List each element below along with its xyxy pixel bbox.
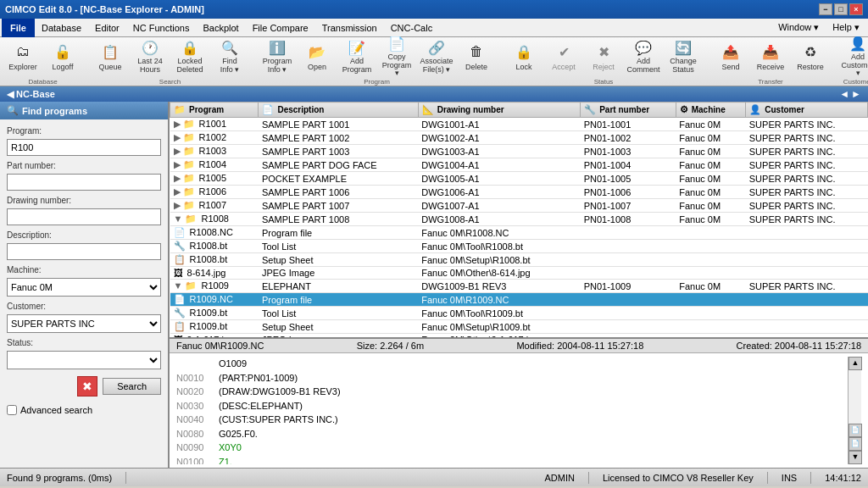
scroll-page-btn1[interactable]: 📄 (849, 424, 862, 437)
maximize-button[interactable]: □ (834, 3, 848, 15)
cell-part: PN01-1004 (581, 158, 676, 172)
cell-machine (676, 226, 746, 240)
cell-program: 🔧 R1009.bt (170, 307, 259, 320)
lock-button[interactable]: 🔒 Lock (504, 37, 543, 76)
explorer-button[interactable]: 🗂 Explorer (3, 37, 42, 76)
expand-icon[interactable]: ▶ (174, 146, 183, 156)
find-button[interactable]: 🔍 FindInfo ▾ (210, 37, 249, 76)
cell-machine (676, 320, 746, 334)
associate-file-button[interactable]: 🔗 AssociateFile(s) ▾ (417, 37, 456, 76)
expand-icon[interactable]: ▶ (174, 186, 183, 197)
table-row[interactable]: 🔧 R1009.bt Tool List Fanuc 0M\Tool\R1009… (170, 307, 868, 320)
preview-scrollbar[interactable]: ▲ 📄 📄 ▼ (848, 357, 861, 464)
table-row[interactable]: ▶ 📁 R1007 SAMPLE PART 1007 DWG1007-A1 PN… (170, 199, 868, 213)
table-row[interactable]: 📋 R1009.bt Setup Sheet Fanuc 0M\Setup\R1… (170, 320, 868, 334)
nav-right[interactable]: ► (851, 88, 861, 100)
send-icon: 📤 (721, 42, 741, 62)
minimize-button[interactable]: − (819, 3, 832, 15)
nav-left[interactable]: ◄ (839, 88, 849, 100)
receive-button[interactable]: 📥 Receive (751, 37, 790, 76)
menu-database[interactable]: Database (35, 19, 88, 37)
menu-transmission[interactable]: Transmission (315, 19, 384, 37)
expand-icon[interactable]: ▶ (174, 200, 183, 210)
table-row[interactable]: ▶ 📁 R1003 SAMPLE PART 1003 DWG1003-A1 PN… (170, 145, 868, 158)
search-button[interactable]: Search (103, 378, 161, 395)
add-program-button[interactable]: 📝 AddProgram (337, 37, 376, 76)
menu-file[interactable]: File (2, 19, 35, 37)
delete-button[interactable]: 🗑 Delete (457, 37, 496, 76)
line-content: Z1. (219, 455, 232, 465)
expand-icon[interactable]: ▶ (174, 159, 183, 169)
table-row[interactable]: 📄 R1008.NC Program file Fanuc 0M\R1008.N… (170, 226, 868, 240)
menu-window[interactable]: Window ▾ (771, 19, 826, 37)
logoff-button[interactable]: 🔓 Logoff (43, 37, 82, 76)
table-row[interactable]: 📄 R1009.NC Program file Fanuc 0M\R1009.N… (170, 293, 868, 307)
add-customer-button[interactable]: 👤 AddCustomer ▾ (838, 37, 868, 76)
menu-help[interactable]: Help ▾ (826, 19, 866, 37)
cell-desc: JPEG Image (259, 267, 418, 280)
advanced-search-checkbox[interactable] (7, 405, 17, 415)
cell-part: PN01-1002 (581, 131, 676, 145)
menu-backplot[interactable]: Backplot (196, 19, 245, 37)
table-row[interactable]: ▶ 📁 R1006 SAMPLE PART 1006 DWG1006-A1 PN… (170, 186, 868, 199)
menu-cnc-calc[interactable]: CNC-Calc (384, 19, 440, 37)
preview-modified: Modified: 2004-08-11 15:27:18 (516, 341, 643, 351)
copy-program-button[interactable]: 📄 CopyProgram ▾ (377, 37, 416, 76)
program-info-button[interactable]: ℹ️ ProgramInfo ▾ (258, 37, 297, 76)
description-input[interactable] (7, 243, 161, 260)
cell-drawing: Fanuc 0M\Setup\R1008.bt (418, 253, 581, 267)
expand-icon[interactable]: ▶ (174, 173, 183, 183)
scroll-down-button[interactable]: ▼ (849, 451, 862, 464)
reject-button[interactable]: ✖ Reject (584, 37, 623, 76)
close-button[interactable]: × (849, 3, 863, 15)
last24-button[interactable]: 🕐 Last 24Hours (131, 37, 170, 76)
menu-editor[interactable]: Editor (88, 19, 126, 37)
send-button[interactable]: 📤 Send (711, 37, 750, 76)
cell-drawing: DWG1007-A1 (418, 199, 581, 213)
menu-nc-functions[interactable]: NC Functions (126, 19, 197, 37)
menu-file-compare[interactable]: File Compare (246, 19, 315, 37)
table-row[interactable]: ▼ 📁 R1009 ELEPHANT DWG1009-B1 REV3 PN01-… (170, 280, 868, 293)
cell-machine: Fanuc 0M (676, 158, 746, 172)
cell-desc: SAMPLE PART 1008 (259, 213, 418, 226)
open-button[interactable]: 📂 Open (298, 37, 337, 76)
file-table-area[interactable]: 📁Program 📄Description 📐Drawing number 🔧P… (170, 102, 868, 339)
associate-file-icon: 🔗 (426, 40, 447, 56)
table-row[interactable]: 🔧 R1008.bt Tool List Fanuc 0M\Tool\R1008… (170, 240, 868, 253)
table-row[interactable]: ▶ 📁 R1004 SAMPLE PART DOG FACE DWG1004-A… (170, 158, 868, 172)
accept-icon: ✔ (554, 42, 574, 62)
expand-icon[interactable]: ▶ (174, 132, 183, 142)
table-row[interactable]: ▶ 📁 R1002 SAMPLE PART 1002 DWG1002-A1 PN… (170, 131, 868, 145)
scroll-up-button[interactable]: ▲ (849, 357, 862, 370)
expand-icon[interactable]: ▼ (174, 280, 186, 291)
cell-drawing: Fanuc 0M\Tool\R1008.bt (418, 240, 581, 253)
expand-icon[interactable]: ▶ (174, 119, 183, 129)
change-status-button[interactable]: 🔄 ChangeStatus (664, 37, 703, 76)
table-row[interactable]: 🖼 8-614.jpg JPEG Image Fanuc 0M\Other\8-… (170, 267, 868, 280)
accept-button[interactable]: ✔ Accept (544, 37, 583, 76)
clear-button[interactable]: ✖ (77, 376, 97, 396)
restore-button[interactable]: ♻ Restore (791, 37, 830, 76)
cell-program: 📄 R1009.NC (170, 293, 259, 307)
drawingnumber-input[interactable] (7, 208, 161, 225)
locked-button[interactable]: 🔒 LockedDeleted (170, 37, 209, 76)
machine-select[interactable]: Fanuc 0M (7, 278, 161, 297)
cell-customer (746, 253, 868, 267)
cell-part (581, 253, 676, 267)
find-panel: 🔍 Find programs Program: Part number: Dr… (0, 102, 170, 468)
customer-select[interactable]: SUPER PARTS INC (7, 314, 161, 333)
status-select[interactable] (7, 351, 161, 369)
partnumber-input[interactable] (7, 174, 161, 191)
add-comment-button[interactable]: 💬 AddComment (624, 37, 663, 76)
table-row[interactable]: ▶ 📁 R1001 SAMPLE PART 1001 DWG1001-A1 PN… (170, 118, 868, 131)
queue-button[interactable]: 📋 Queue (91, 37, 130, 76)
scroll-page-btn2[interactable]: 📄 (849, 437, 862, 451)
cell-program: 🖼 8-614.jpg (170, 267, 259, 280)
code-line: N0080 G025.F0. (176, 427, 848, 441)
table-row[interactable]: ▶ 📁 R1005 POCKET EXAMPLE DWG1005-A1 PN01… (170, 172, 868, 186)
expand-icon[interactable]: ▼ (174, 214, 186, 224)
table-row[interactable]: 📋 R1008.bt Setup Sheet Fanuc 0M\Setup\R1… (170, 253, 868, 267)
table-row[interactable]: ▼ 📁 R1008 SAMPLE PART 1008 DWG1008-A1 PN… (170, 213, 868, 226)
file-type-icon: 📁 (183, 186, 195, 197)
program-input[interactable] (7, 139, 161, 156)
